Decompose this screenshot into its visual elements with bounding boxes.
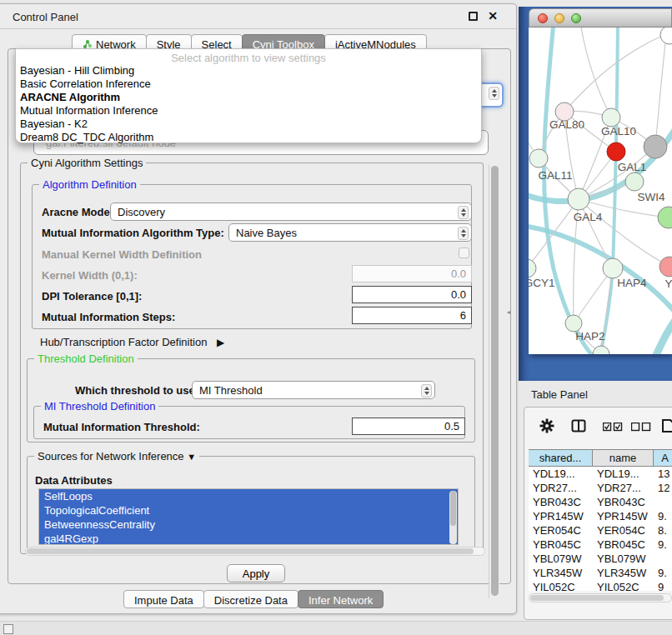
collapse-down-icon[interactable]: ▼ [187, 452, 196, 462]
kernel-width-input[interactable]: 0.0 [352, 265, 472, 282]
table-row[interactable]: YPR145WYPR145W9. [529, 509, 672, 523]
table-cell: 9. [654, 509, 672, 523]
network-graph: GAL80GAL10GAL1GAL11SWI4GAL4GCY1HAP4YHAP2 [529, 28, 672, 354]
close-icon[interactable]: ✕ [488, 9, 498, 22]
dpi-tolerance-input[interactable]: 0.0 [352, 286, 472, 303]
kernel-width-label: Kernel Width (0,1): [42, 269, 138, 282]
table-row[interactable]: YLR345WYLR345W9. [529, 566, 672, 580]
table-row[interactable]: YDR27...YDR27...12 [529, 481, 672, 495]
data-attributes-list[interactable]: SelfLoopsTopologicalCoefficientBetweenne… [38, 488, 459, 545]
float-icon[interactable] [469, 12, 478, 21]
table-row[interactable]: YBL079WYBL079W [529, 552, 672, 566]
table-cell: YBL079W [593, 552, 654, 566]
unchecked-boxes-icon[interactable] [631, 422, 651, 434]
network-node-gal11[interactable] [529, 149, 548, 168]
network-node-hap2[interactable] [565, 315, 582, 332]
network-node-label: GAL4 [574, 211, 603, 223]
mi-algorithm-type-label: Mutual Information Algorithm Type: [42, 227, 224, 239]
table-row[interactable]: YBR043CYBR043C [529, 495, 672, 509]
table-row[interactable]: YER054CYER054C8. [529, 523, 672, 538]
network-node[interactable] [644, 135, 667, 158]
network-node-hap4[interactable] [603, 258, 623, 278]
network-node[interactable] [660, 28, 672, 44]
network-window-titlebar[interactable] [529, 8, 672, 28]
manual-kernel-width-checkbox[interactable] [459, 248, 469, 258]
bottom-tabs: Impute DataDiscretize DataInfer Network [124, 590, 384, 608]
network-node-gal1[interactable] [607, 142, 625, 161]
gear-icon[interactable] [539, 418, 554, 436]
settings-vertical-scrollbar[interactable] [489, 165, 499, 598]
table-cell [654, 495, 672, 509]
dpi-tolerance-label: DPI Tolerance [0,1]: [42, 290, 142, 302]
attribute-item-topologicalcoefficient[interactable]: TopologicalCoefficient [39, 503, 458, 518]
table-cell: YDL19... [593, 467, 654, 481]
table-cell: YDL19... [529, 467, 593, 481]
table-row[interactable]: YIL052CYIL052C9 [529, 580, 672, 591]
network-node[interactable] [658, 207, 672, 228]
dropdown-item-aracne-algorithm[interactable]: ARACNE Algorithm [16, 91, 481, 104]
red-traffic-light[interactable] [538, 13, 548, 23]
aracne-mode-combobox[interactable]: Discovery [110, 202, 472, 221]
bottom-tab-infer-network[interactable]: Infer Network [298, 590, 384, 608]
table-cell: YPR145W [593, 509, 654, 523]
green-traffic-light[interactable] [571, 13, 581, 23]
table-row[interactable]: YBR045CYBR045C9. [529, 538, 672, 552]
network-node-label: SWI4 [637, 191, 664, 203]
table-cell: YBR045C [593, 538, 654, 552]
network-node-gal4[interactable] [568, 188, 589, 210]
bottom-tab-impute-data[interactable]: Impute Data [123, 590, 204, 608]
network-edge [579, 199, 669, 267]
list-vertical-scrollbar[interactable] [449, 491, 457, 544]
network-node-swi4[interactable] [625, 172, 644, 191]
dpi-tolerance-value: 0.0 [451, 288, 466, 301]
node-table: shared...nameA YDL19...YDL19...13YDR27..… [529, 449, 672, 600]
table-rows: YDL19...YDL19...13YDR27...YDR27...12YBR0… [529, 467, 672, 591]
network-edge [580, 28, 611, 118]
cyni-algorithm-settings-title: Cyni Algorithm Settings [28, 157, 146, 169]
bottom-tab-discretize-data[interactable]: Discretize Data [203, 590, 298, 608]
table-row[interactable]: YDL19...YDL19...13 [529, 467, 672, 481]
network-node-gal10[interactable] [602, 108, 620, 127]
dropdown-item-bayesian-k2[interactable]: Bayesian - K2 [16, 118, 481, 131]
column-header-name[interactable]: name [593, 450, 654, 466]
hub-definition-text: Hub/Transcription Factor Definition [40, 336, 207, 348]
mi-algorithm-type-combobox[interactable]: Naive Bayes [228, 223, 472, 242]
table-header-row: shared...nameA [529, 449, 672, 467]
mi-threshold-definition-title: MI Threshold Definition [41, 400, 158, 412]
network-node-gcy1[interactable] [529, 259, 536, 278]
table-panel: shared...nameA YDL19...YDL19...13YDR27..… [524, 407, 672, 620]
table-cell: YBR043C [529, 495, 593, 509]
algorithm-definition-title: Algorithm Definition [39, 178, 140, 191]
hub-definition-label[interactable]: Hub/Transcription Factor Definition ▶ [40, 336, 224, 348]
dropdown-item-bayesian-hill-climbing[interactable]: Bayesian - Hill Climbing [16, 64, 481, 78]
checked-boxes-icon[interactable] [603, 422, 623, 434]
columns-icon[interactable] [571, 418, 586, 436]
table-horizontal-scrollbar[interactable] [529, 593, 672, 602]
splitter-handle[interactable]: ◂ [507, 308, 511, 314]
attribute-item-betweennesscentrality[interactable]: BetweennessCentrality [39, 518, 458, 532]
dropdown-item-basic-correlation-inference[interactable]: Basic Correlation Inference [16, 78, 481, 91]
attribute-item-selfloops[interactable]: SelfLoops [39, 489, 458, 503]
mi-threshold-input[interactable]: 0.5 [352, 418, 465, 435]
collapsed-panel-icon[interactable] [3, 624, 13, 634]
which-threshold-combobox[interactable]: MI Threshold [192, 381, 435, 399]
apply-button[interactable]: Apply [227, 564, 285, 582]
settings-horizontal-scrollbar[interactable] [25, 547, 485, 556]
table-cell: YLR345W [593, 566, 654, 580]
yellow-traffic-light[interactable] [554, 13, 564, 23]
attribute-item-gal4rgexp[interactable]: gal4RGexp [39, 532, 458, 545]
table-cell: YBR045C [529, 538, 593, 552]
network-node-label: GAL80 [549, 118, 584, 131]
mi-steps-input[interactable]: 6 [352, 307, 472, 324]
network-node-y[interactable] [659, 257, 672, 277]
column-header-a[interactable]: A [654, 450, 672, 466]
dropdown-item-mutual-information-inference[interactable]: Mutual Information Inference [16, 104, 481, 118]
network-canvas[interactable]: GAL80GAL10GAL1GAL11SWI4GAL4GCY1HAP4YHAP2 [529, 28, 672, 354]
dropdown-item-dream8-dc-tdc-algorithm[interactable]: Dream8 DC_TDC Algorithm [16, 131, 481, 144]
aracne-mode-label: Aracne Mode: [42, 206, 113, 218]
expand-right-icon[interactable]: ▶ [217, 337, 224, 348]
network-edge-teal [654, 314, 672, 354]
network-node[interactable] [593, 346, 609, 354]
document-icon[interactable] [661, 418, 672, 436]
column-header-shared[interactable]: shared... [529, 450, 593, 466]
